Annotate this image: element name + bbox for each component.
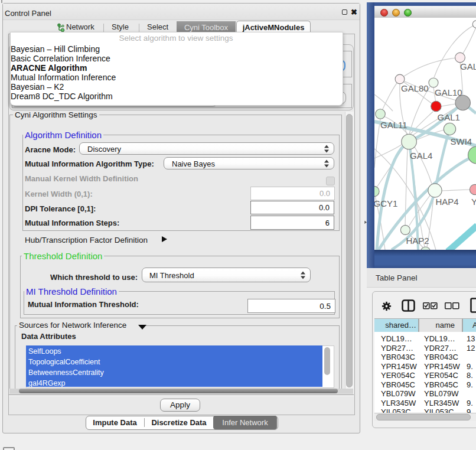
- svg-text:GAL80: GAL80: [401, 83, 429, 93]
- svg-text:HAP4: HAP4: [436, 197, 459, 207]
- svg-text:SWI4: SWI4: [451, 136, 472, 146]
- svg-text:GAL4: GAL4: [410, 151, 432, 161]
- svg-text:GCY1: GCY1: [374, 198, 397, 208]
- svg-text:GAL7: GAL7: [460, 61, 476, 71]
- svg-text:GAL10: GAL10: [435, 87, 462, 97]
- svg-text:HAP2: HAP2: [406, 236, 429, 246]
- svg-text:YJL: YJL: [471, 197, 476, 207]
- svg-text:GAL11: GAL11: [380, 120, 407, 130]
- svg-text:GAL1: GAL1: [438, 112, 460, 122]
